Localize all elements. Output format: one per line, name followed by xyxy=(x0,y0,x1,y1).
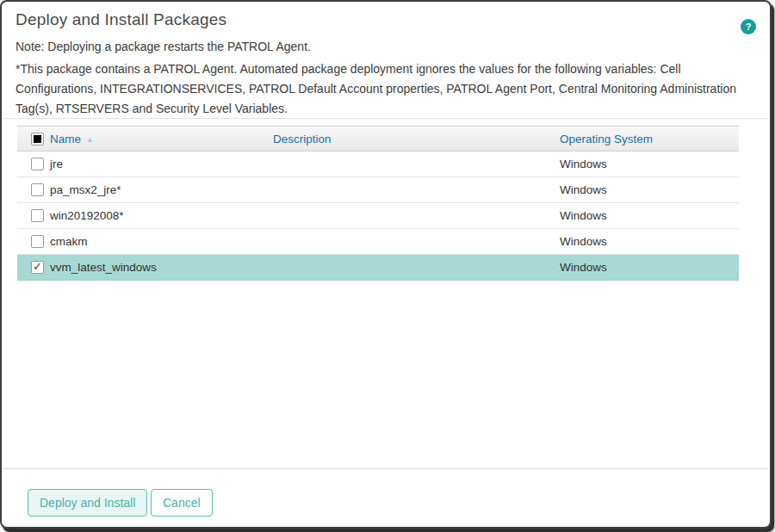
row-checkbox[interactable] xyxy=(31,235,44,248)
header-divider xyxy=(3,118,768,119)
row-checkbox[interactable] xyxy=(31,183,44,196)
row-checkbox[interactable] xyxy=(31,261,44,274)
help-icon[interactable]: ? xyxy=(741,19,756,34)
table-row[interactable]: win20192008* Windows xyxy=(17,203,739,229)
column-header-os[interactable]: Operating System xyxy=(560,133,653,145)
cancel-button[interactable]: Cancel xyxy=(151,489,213,517)
note-text: Note: Deploying a package restarts the P… xyxy=(16,40,311,53)
sort-ascending-icon: ▲ xyxy=(86,135,94,144)
package-name: vvm_latest_windows xyxy=(50,261,157,274)
table-body: jre Windows pa_msx2_jre* Windows win2019… xyxy=(17,152,739,281)
package-os: Windows xyxy=(560,261,607,274)
package-os: Windows xyxy=(560,158,607,170)
package-name: pa_msx2_jre* xyxy=(50,183,121,196)
dialog-title: Deploy and Install Packages xyxy=(16,10,226,29)
package-os: Windows xyxy=(560,235,607,248)
packages-table: Name▲ Description Operating System jre W… xyxy=(17,126,739,281)
package-name: jre xyxy=(50,158,63,170)
deploy-install-dialog: Deploy and Install Packages ? Note: Depl… xyxy=(0,0,772,529)
select-all-checkbox[interactable] xyxy=(31,133,44,145)
table-header-row: Name▲ Description Operating System xyxy=(17,126,739,152)
package-os: Windows xyxy=(560,183,607,196)
warning-text: *This package contains a PATROL Agent. A… xyxy=(16,59,754,119)
deploy-and-install-button[interactable]: Deploy and Install xyxy=(28,489,147,517)
package-name: cmakm xyxy=(50,235,88,248)
package-os: Windows xyxy=(560,209,607,222)
table-row[interactable]: cmakm Windows xyxy=(17,229,739,255)
table-row[interactable]: vvm_latest_windows Windows xyxy=(17,255,739,281)
column-header-description[interactable]: Description xyxy=(273,133,332,145)
package-name: win20192008* xyxy=(50,209,124,222)
row-checkbox[interactable] xyxy=(31,209,44,222)
table-row[interactable]: jre Windows xyxy=(17,152,739,177)
footer-divider xyxy=(3,468,768,469)
row-checkbox[interactable] xyxy=(31,158,44,170)
column-header-name[interactable]: Name▲ xyxy=(50,133,94,145)
table-row[interactable]: pa_msx2_jre* Windows xyxy=(17,177,739,203)
